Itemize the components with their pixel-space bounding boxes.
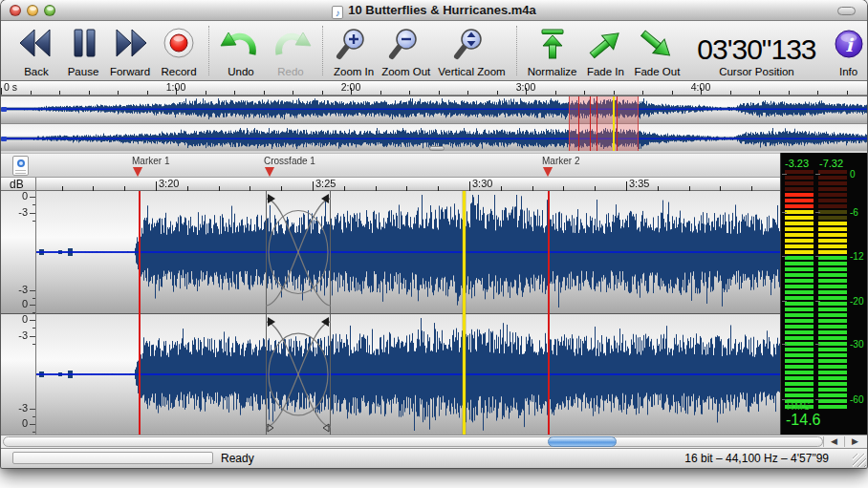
meter-segment xyxy=(818,227,847,231)
normalize-button[interactable]: Normalize xyxy=(524,24,581,77)
scrollbar-track[interactable] xyxy=(3,436,823,447)
meter-scale-label: 0 xyxy=(850,169,856,180)
pause-button[interactable]: Pause xyxy=(62,24,104,77)
meter-segment xyxy=(818,204,847,208)
overview-ruler-label: 0 s xyxy=(4,81,17,93)
undo-button[interactable]: Undo xyxy=(216,24,266,77)
meter-scale-label: -12 xyxy=(850,251,863,262)
overview-waveform[interactable] xyxy=(1,95,867,151)
meter-segment xyxy=(818,199,847,202)
vertical-zoom-button[interactable]: Vertical Zoom xyxy=(434,24,509,77)
overview-ruler-label: 2:00 xyxy=(337,81,364,93)
meter-segment xyxy=(818,359,847,363)
fade-out-label: Fade Out xyxy=(634,66,680,77)
marker-triangle-icon[interactable] xyxy=(265,167,274,177)
meter-segment xyxy=(785,279,814,283)
ruler-ticks xyxy=(35,178,780,191)
peak-value-left: -3.23 xyxy=(785,158,809,169)
audio-clip-icon[interactable] xyxy=(12,156,29,176)
overview-cursor-line xyxy=(613,96,615,151)
toolbar-divider xyxy=(322,26,323,75)
meter-scale-tick xyxy=(782,301,787,302)
toolbar-divider xyxy=(516,26,517,75)
channel2-waveform[interactable] xyxy=(35,314,780,435)
meter-segment xyxy=(818,273,847,277)
meter-segment xyxy=(818,250,847,254)
zoom-out-button[interactable]: Zoom Out xyxy=(378,24,434,77)
cursor-position-label: Cursor Position xyxy=(719,66,794,77)
meter-segment xyxy=(785,313,814,317)
meter-segment xyxy=(818,210,847,214)
meter-segment xyxy=(818,279,847,283)
overview-waveform-canvas[interactable] xyxy=(1,96,867,151)
db-scale-tick xyxy=(30,305,35,306)
time-ruler[interactable]: dB 3:203:253:303:35 xyxy=(1,178,780,191)
meter-segment xyxy=(785,267,814,271)
scrollbar-thumb[interactable] xyxy=(548,436,617,447)
title-bar[interactable]: ♪10 Butterflies & Hurricanes.m4a xyxy=(1,0,867,21)
meter-segment xyxy=(818,405,847,409)
channel1-waveform[interactable] xyxy=(35,191,780,313)
toolbar-toggle-button[interactable] xyxy=(837,7,856,15)
clip-speaker-icon xyxy=(17,159,25,167)
meter-segment xyxy=(818,365,847,369)
meter-segment xyxy=(785,393,814,397)
forward-label: Forward xyxy=(110,66,150,77)
meter-scale-label: -30 xyxy=(850,339,863,350)
meter-segment xyxy=(818,285,847,288)
horizontal-scrollbar[interactable]: ◀ ▶ xyxy=(1,435,867,448)
info-button[interactable]: i Info xyxy=(826,24,867,77)
back-label: Back xyxy=(24,66,49,77)
zoom-in-button[interactable]: Zoom In xyxy=(330,24,378,77)
meter-segment xyxy=(818,308,847,311)
window-title: 10 Butterflies & Hurricanes.m4a xyxy=(348,3,536,17)
meter-segment xyxy=(818,256,847,260)
playback-cursor-line xyxy=(463,191,466,435)
info-label: Info xyxy=(839,66,857,77)
meter-segment xyxy=(785,365,814,369)
resize-grip[interactable] xyxy=(853,454,866,467)
meter-segment xyxy=(818,267,847,271)
overview-ruler-ticks xyxy=(1,81,867,95)
channel1-start-marker xyxy=(1,107,7,112)
scroll-right-arrow[interactable]: ▶ xyxy=(844,436,865,447)
scale-column-border xyxy=(35,178,36,435)
db-scale-minor-tick xyxy=(33,328,35,329)
pause-icon xyxy=(66,27,100,65)
back-icon xyxy=(14,27,58,65)
rms-value: -14.6 xyxy=(786,412,820,429)
marker-label: Marker 1 xyxy=(132,156,169,166)
forward-button[interactable]: Forward xyxy=(104,24,156,77)
marker-triangle-icon[interactable] xyxy=(543,167,553,177)
meter-scale-tick xyxy=(815,344,820,345)
back-button[interactable]: Back xyxy=(11,24,62,77)
markers-bar[interactable]: Marker 1 Crossfade 1 Marker 2 xyxy=(1,153,780,178)
toolbar: BackPauseForwardRecordUndoRedoZoom InZoo… xyxy=(1,21,867,81)
cursor-position-display: 03'30"133 Cursor Position xyxy=(697,34,815,77)
splitter-handle[interactable] xyxy=(429,146,445,151)
crossfade-envelope[interactable] xyxy=(266,191,331,435)
marker-triangle-icon[interactable] xyxy=(133,167,142,177)
meter-segment xyxy=(818,176,847,180)
format-info: 16 bit – 44,100 Hz – 4'57"99 xyxy=(684,452,829,465)
fade-out-button[interactable]: Fade Out xyxy=(630,24,684,77)
meter-segment xyxy=(818,187,847,191)
db-scale-tick xyxy=(30,424,35,425)
meter-segment xyxy=(785,181,814,185)
undo-icon xyxy=(220,27,262,65)
meter-segment xyxy=(785,233,814,237)
record-button[interactable]: Record xyxy=(156,24,202,77)
progress-indicator xyxy=(12,452,213,464)
db-scale-label: 0 xyxy=(3,417,28,429)
db-scale-minor-tick xyxy=(33,416,35,417)
meter-segment xyxy=(818,399,847,403)
db-scale-tick xyxy=(30,320,35,321)
fade-in-button[interactable]: Fade In xyxy=(580,24,630,77)
meter-segment xyxy=(818,233,847,237)
fade-out-icon xyxy=(636,27,678,65)
meter-segment xyxy=(785,170,814,174)
scroll-left-arrow[interactable]: ◀ xyxy=(823,436,844,447)
overview-time-ruler[interactable]: 0 s1:002:003:004:00 xyxy=(1,81,867,95)
meter-segment xyxy=(785,319,814,323)
meter-segment xyxy=(818,376,847,380)
